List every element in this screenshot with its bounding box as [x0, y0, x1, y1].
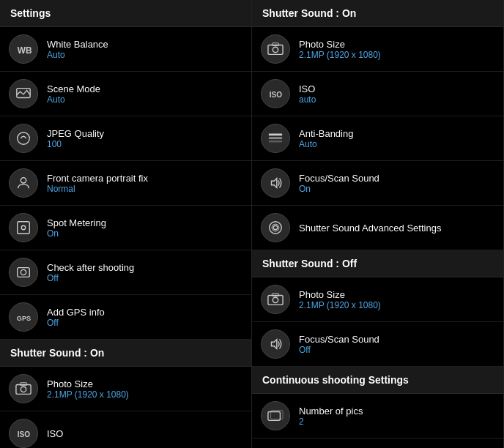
spot-metering-item[interactable]: Spot Metering On [0, 206, 251, 250]
gps-item[interactable]: GPS Add GPS info Off [0, 295, 251, 340]
iso-r1-item[interactable]: ISO ISO auto [252, 72, 503, 116]
photo-size-r1-item[interactable]: Photo Size 2.1MP (1920 x 1080) [252, 27, 503, 72]
focus-sound-off-item[interactable]: Focus/Scan Sound Off [252, 322, 503, 367]
wb-icon: WB [9, 34, 38, 64]
anti-banding-label: Anti-Banding [299, 128, 353, 139]
shutter-on-header-right: Shutter Sound : On [252, 0, 503, 27]
svg-rect-9 [16, 385, 31, 395]
scene-mode-item[interactable]: Scene Mode Auto [0, 72, 251, 116]
gps-value: Off [47, 318, 105, 328]
iso-r1-icon: ISO [261, 79, 290, 108]
right-column: Shutter Sound : On Photo Size 2.1MP (192… [252, 0, 504, 448]
iso-r1-label: ISO [299, 83, 316, 94]
shutter-on-header-left: Shutter Sound : On [0, 340, 251, 367]
svg-rect-23 [268, 296, 283, 305]
svg-marker-20 [272, 179, 277, 188]
svg-rect-17 [269, 134, 282, 136]
iso-r1-value: auto [299, 94, 316, 105]
focus-sound-on-item[interactable]: Focus/Scan Sound On [252, 161, 503, 206]
photo-size-r2-value: 2.1MP (1920 x 1080) [299, 300, 381, 310]
photo-size-r1-value: 2.1MP (1920 x 1080) [299, 50, 381, 60]
svg-point-7 [21, 269, 26, 275]
jpeg-quality-item[interactable]: JPEG Quality 100 [0, 116, 251, 161]
continuous-header: Continuous shooting Settings [252, 367, 503, 394]
focus-sound-on-label: Focus/Scan Sound [299, 173, 379, 184]
photo-size-left-label: Photo Size [47, 378, 129, 389]
portrait-icon [9, 168, 38, 198]
iso-left-icon: ISO [9, 419, 38, 448]
svg-point-11 [21, 387, 26, 392]
scene-icon [9, 79, 38, 108]
camera-r2-icon [261, 285, 290, 314]
photo-size-r1-label: Photo Size [299, 39, 381, 50]
photo-size-left-item[interactable]: Photo Size 2.1MP (1920 x 1080) [0, 367, 251, 411]
svg-marker-26 [272, 340, 277, 349]
photo-size-r2-label: Photo Size [299, 289, 381, 300]
focus-sound-on-value: On [299, 184, 379, 194]
photo-size-r2-item[interactable]: Photo Size 2.1MP (1920 x 1080) [252, 277, 503, 322]
scene-label: Scene Mode [47, 83, 100, 94]
spot-value: On [47, 228, 106, 239]
portrait-fix-item[interactable]: Front camera portrait fix Normal [0, 161, 251, 206]
spot-icon [9, 213, 38, 242]
antibanding-icon [261, 124, 290, 153]
focus-sound-off-value: Off [299, 345, 379, 355]
jpeg-label: JPEG Quality [47, 128, 104, 139]
shutter-advanced-label: Shutter Sound Advanced Settings [299, 223, 441, 234]
svg-rect-18 [269, 137, 282, 139]
svg-rect-6 [18, 268, 30, 277]
spot-label: Spot Metering [47, 217, 106, 228]
sound-on-icon [261, 168, 290, 198]
anti-banding-value: Auto [299, 139, 353, 149]
focus-sound-off-label: Focus/Scan Sound [299, 334, 379, 345]
svg-rect-4 [18, 222, 30, 234]
wb-value: Auto [47, 50, 108, 60]
svg-text:ISO: ISO [18, 430, 31, 438]
svg-rect-19 [269, 141, 282, 143]
svg-point-25 [273, 297, 278, 302]
jpeg-icon [9, 124, 38, 153]
shutter-advanced-item[interactable]: Shutter Sound Advanced Settings [252, 206, 503, 250]
svg-text:WB: WB [18, 45, 32, 56]
photo-size-left-value: 2.1MP (1920 x 1080) [47, 389, 129, 400]
svg-point-15 [273, 47, 278, 52]
portrait-label: Front camera portrait fix [47, 173, 148, 184]
svg-point-2 [18, 132, 30, 145]
left-column: Settings WB White Balance Auto Scene Mod… [0, 0, 252, 448]
num-pics-value: 2 [299, 417, 363, 427]
svg-text:ISO: ISO [270, 91, 283, 99]
num-pics-item[interactable]: Number of pics 2 [252, 394, 503, 438]
check-value: Off [47, 273, 134, 283]
iso-left-item[interactable]: ISO ISO [0, 411, 251, 448]
svg-point-22 [273, 225, 278, 230]
camera-left-icon [9, 374, 38, 403]
anti-banding-item[interactable]: Anti-Banding Auto [252, 116, 503, 161]
num-pics-label: Number of pics [299, 406, 363, 417]
scene-value: Auto [47, 94, 100, 105]
iso-left-label: ISO [47, 428, 63, 439]
wb-label: White Balance [47, 39, 108, 50]
continuous-icon [261, 401, 290, 430]
svg-text:GPS: GPS [17, 315, 31, 322]
gps-label: Add GPS info [47, 307, 105, 318]
jpeg-value: 100 [47, 139, 104, 149]
gps-icon: GPS [9, 302, 38, 332]
svg-point-21 [270, 222, 282, 234]
sound-off-icon [261, 329, 290, 359]
left-header: Settings [0, 0, 251, 27]
svg-point-3 [21, 178, 26, 183]
white-balance-item[interactable]: WB White Balance Auto [0, 27, 251, 72]
check-label: Check after shooting [47, 262, 134, 273]
check-icon [9, 258, 38, 287]
camera-r1-icon [261, 34, 290, 64]
check-after-item[interactable]: Check after shooting Off [0, 250, 251, 295]
portrait-value: Normal [47, 184, 148, 194]
svg-rect-13 [268, 45, 283, 55]
shutter-adv-icon [261, 213, 290, 242]
svg-point-5 [21, 225, 26, 230]
shutter-off-header: Shutter Sound : Off [252, 250, 503, 277]
